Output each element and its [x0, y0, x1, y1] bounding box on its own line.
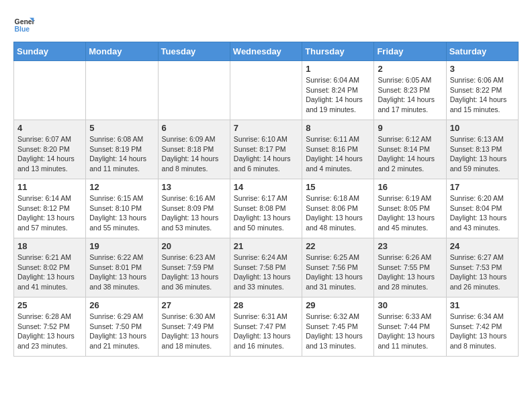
day-number: 31 — [450, 300, 515, 310]
calendar-cell — [14, 61, 86, 120]
calendar-cell: 24Sunrise: 6:27 AMSunset: 7:53 PMDayligh… — [446, 238, 518, 298]
day-number: 2 — [378, 64, 442, 74]
day-info: Sunrise: 6:04 AMSunset: 8:24 PMDaylight:… — [306, 75, 370, 115]
calendar-cell: 2Sunrise: 6:05 AMSunset: 8:23 PMDaylight… — [374, 61, 446, 120]
header-day-saturday: Saturday — [446, 42, 518, 61]
calendar-cell: 14Sunrise: 6:17 AMSunset: 8:08 PMDayligh… — [230, 179, 302, 238]
calendar-body: 1Sunrise: 6:04 AMSunset: 8:24 PMDaylight… — [14, 61, 519, 357]
day-number: 4 — [17, 123, 82, 133]
logo-icon: General Blue — [13, 13, 35, 35]
day-number: 29 — [306, 300, 370, 310]
calendar-cell: 20Sunrise: 6:23 AMSunset: 7:59 PMDayligh… — [158, 238, 230, 298]
calendar-cell: 7Sunrise: 6:10 AMSunset: 8:17 PMDaylight… — [230, 120, 302, 179]
day-number: 15 — [306, 182, 370, 192]
calendar-week-3: 11Sunrise: 6:14 AMSunset: 8:12 PMDayligh… — [14, 179, 519, 238]
day-info: Sunrise: 6:28 AMSunset: 7:52 PMDaylight:… — [17, 312, 82, 351]
header-row: SundayMondayTuesdayWednesdayThursdayFrid… — [14, 42, 519, 61]
calendar-cell: 19Sunrise: 6:22 AMSunset: 8:01 PMDayligh… — [86, 238, 158, 298]
day-info: Sunrise: 6:10 AMSunset: 8:17 PMDaylight:… — [234, 134, 298, 174]
calendar-week-4: 18Sunrise: 6:21 AMSunset: 8:02 PMDayligh… — [14, 238, 519, 298]
day-number: 17 — [450, 182, 515, 192]
day-number: 20 — [162, 241, 226, 251]
header-day-wednesday: Wednesday — [230, 42, 302, 61]
calendar-cell: 4Sunrise: 6:07 AMSunset: 8:20 PMDaylight… — [14, 120, 86, 179]
calendar-cell: 10Sunrise: 6:13 AMSunset: 8:13 PMDayligh… — [446, 120, 518, 179]
day-number: 3 — [450, 64, 515, 74]
day-info: Sunrise: 6:24 AMSunset: 7:58 PMDaylight:… — [234, 253, 298, 292]
day-info: Sunrise: 6:30 AMSunset: 7:49 PMDaylight:… — [162, 312, 226, 351]
calendar-cell: 31Sunrise: 6:34 AMSunset: 7:42 PMDayligh… — [446, 298, 518, 357]
calendar-cell: 16Sunrise: 6:19 AMSunset: 8:05 PMDayligh… — [374, 179, 446, 238]
day-number: 14 — [234, 182, 298, 192]
day-number: 5 — [89, 123, 154, 133]
calendar-cell: 23Sunrise: 6:26 AMSunset: 7:55 PMDayligh… — [374, 238, 446, 298]
calendar-cell: 22Sunrise: 6:25 AMSunset: 7:56 PMDayligh… — [302, 238, 374, 298]
day-info: Sunrise: 6:29 AMSunset: 7:50 PMDaylight:… — [89, 312, 154, 351]
day-info: Sunrise: 6:31 AMSunset: 7:47 PMDaylight:… — [234, 312, 298, 351]
day-info: Sunrise: 6:34 AMSunset: 7:42 PMDaylight:… — [450, 312, 515, 351]
day-number: 26 — [89, 300, 154, 310]
day-info: Sunrise: 6:14 AMSunset: 8:12 PMDaylight:… — [17, 193, 82, 233]
header-day-sunday: Sunday — [14, 42, 86, 61]
day-number: 21 — [234, 241, 298, 251]
calendar-cell: 30Sunrise: 6:33 AMSunset: 7:44 PMDayligh… — [374, 298, 446, 357]
calendar-cell: 27Sunrise: 6:30 AMSunset: 7:49 PMDayligh… — [158, 298, 230, 357]
calendar-cell: 3Sunrise: 6:06 AMSunset: 8:22 PMDaylight… — [446, 61, 518, 120]
day-info: Sunrise: 6:06 AMSunset: 8:22 PMDaylight:… — [450, 75, 515, 115]
calendar-cell — [86, 61, 158, 120]
day-info: Sunrise: 6:25 AMSunset: 7:56 PMDaylight:… — [306, 253, 370, 292]
calendar-week-1: 1Sunrise: 6:04 AMSunset: 8:24 PMDaylight… — [14, 61, 519, 120]
calendar-cell — [230, 61, 302, 120]
day-number: 16 — [378, 182, 442, 192]
calendar-cell: 18Sunrise: 6:21 AMSunset: 8:02 PMDayligh… — [14, 238, 86, 298]
day-number: 24 — [450, 241, 515, 251]
day-info: Sunrise: 6:18 AMSunset: 8:06 PMDaylight:… — [306, 193, 370, 233]
calendar-week-5: 25Sunrise: 6:28 AMSunset: 7:52 PMDayligh… — [14, 298, 519, 357]
day-info: Sunrise: 6:20 AMSunset: 8:04 PMDaylight:… — [450, 193, 515, 233]
day-info: Sunrise: 6:12 AMSunset: 8:14 PMDaylight:… — [378, 134, 442, 174]
day-info: Sunrise: 6:05 AMSunset: 8:23 PMDaylight:… — [378, 75, 442, 115]
calendar-cell: 13Sunrise: 6:16 AMSunset: 8:09 PMDayligh… — [158, 179, 230, 238]
calendar-cell: 29Sunrise: 6:32 AMSunset: 7:45 PMDayligh… — [302, 298, 374, 357]
day-number: 19 — [89, 241, 154, 251]
day-number: 1 — [306, 64, 370, 74]
day-info: Sunrise: 6:08 AMSunset: 8:19 PMDaylight:… — [89, 134, 154, 174]
day-number: 25 — [17, 300, 82, 310]
calendar-cell: 9Sunrise: 6:12 AMSunset: 8:14 PMDaylight… — [374, 120, 446, 179]
day-number: 10 — [450, 123, 515, 133]
logo: General Blue — [13, 13, 38, 35]
day-info: Sunrise: 6:26 AMSunset: 7:55 PMDaylight:… — [378, 253, 442, 292]
day-number: 12 — [89, 182, 154, 192]
calendar-cell: 6Sunrise: 6:09 AMSunset: 8:18 PMDaylight… — [158, 120, 230, 179]
day-number: 27 — [162, 300, 226, 310]
calendar-week-2: 4Sunrise: 6:07 AMSunset: 8:20 PMDaylight… — [14, 120, 519, 179]
day-number: 6 — [162, 123, 226, 133]
header-day-friday: Friday — [374, 42, 446, 61]
day-number: 23 — [378, 241, 442, 251]
day-info: Sunrise: 6:33 AMSunset: 7:44 PMDaylight:… — [378, 312, 442, 351]
day-info: Sunrise: 6:27 AMSunset: 7:53 PMDaylight:… — [450, 253, 515, 292]
day-info: Sunrise: 6:11 AMSunset: 8:16 PMDaylight:… — [306, 134, 370, 174]
day-info: Sunrise: 6:19 AMSunset: 8:05 PMDaylight:… — [378, 193, 442, 233]
day-number: 28 — [234, 300, 298, 310]
day-number: 9 — [378, 123, 442, 133]
calendar-cell: 11Sunrise: 6:14 AMSunset: 8:12 PMDayligh… — [14, 179, 86, 238]
day-info: Sunrise: 6:32 AMSunset: 7:45 PMDaylight:… — [306, 312, 370, 351]
calendar-cell — [158, 61, 230, 120]
calendar-cell: 17Sunrise: 6:20 AMSunset: 8:04 PMDayligh… — [446, 179, 518, 238]
calendar-cell: 15Sunrise: 6:18 AMSunset: 8:06 PMDayligh… — [302, 179, 374, 238]
header-day-monday: Monday — [86, 42, 158, 61]
day-number: 18 — [17, 241, 82, 251]
calendar-cell: 1Sunrise: 6:04 AMSunset: 8:24 PMDaylight… — [302, 61, 374, 120]
calendar-table: SundayMondayTuesdayWednesdayThursdayFrid… — [13, 42, 519, 357]
calendar-cell: 8Sunrise: 6:11 AMSunset: 8:16 PMDaylight… — [302, 120, 374, 179]
svg-text:Blue: Blue — [15, 26, 30, 33]
day-info: Sunrise: 6:17 AMSunset: 8:08 PMDaylight:… — [234, 193, 298, 233]
day-info: Sunrise: 6:16 AMSunset: 8:09 PMDaylight:… — [162, 193, 226, 233]
day-info: Sunrise: 6:15 AMSunset: 8:10 PMDaylight:… — [89, 193, 154, 233]
day-number: 30 — [378, 300, 442, 310]
day-number: 11 — [17, 182, 82, 192]
day-info: Sunrise: 6:21 AMSunset: 8:02 PMDaylight:… — [17, 253, 82, 292]
calendar-cell: 21Sunrise: 6:24 AMSunset: 7:58 PMDayligh… — [230, 238, 302, 298]
day-number: 22 — [306, 241, 370, 251]
